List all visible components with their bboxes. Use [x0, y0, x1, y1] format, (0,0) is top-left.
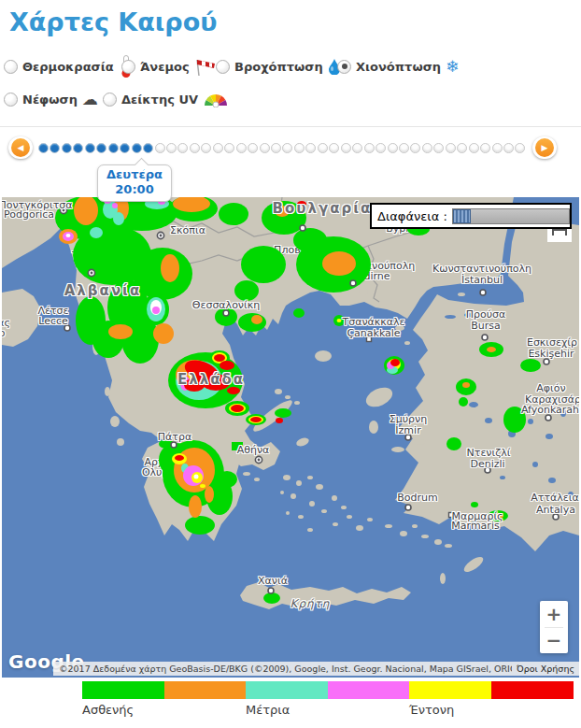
timeline-step-38[interactable] [469, 143, 479, 153]
precipitation-overlay [2, 197, 579, 678]
legend-label: Ασθενής [82, 703, 134, 717]
timeline-step-20[interactable] [260, 143, 270, 153]
precip-weak-green [55, 197, 541, 606]
timeline-step-15[interactable] [201, 143, 211, 153]
timeline-step-30[interactable] [376, 143, 386, 153]
timeline-step-23[interactable] [294, 143, 305, 153]
section-divider [0, 126, 581, 127]
page-title: Χάρτες Καιρού [9, 7, 217, 36]
radio-button[interactable] [216, 60, 230, 74]
chevron-left-icon: ◀ [11, 138, 30, 157]
transparency-slider[interactable] [452, 208, 570, 224]
legend-swatch-6 [491, 681, 574, 699]
timeline-step-28[interactable] [352, 143, 362, 153]
transparency-label: Διαφάνεια : [377, 209, 447, 223]
timeline-step-29[interactable] [364, 143, 375, 153]
timeline-step-14[interactable] [190, 143, 200, 153]
weather-option-1[interactable]: Θερμοκρασία [4, 54, 133, 79]
timeline-step-3[interactable] [62, 143, 72, 153]
transparency-slider-handle[interactable] [453, 209, 471, 223]
uv-gauge-icon [203, 91, 229, 107]
cloud-icon: ☁ [82, 92, 98, 107]
tooltip-day: Δευτέρα [98, 167, 171, 182]
radio-button[interactable] [103, 93, 117, 107]
weather-option-3[interactable]: Βροχόπτωση [216, 54, 341, 79]
timeline-step-17[interactable] [224, 143, 234, 153]
timeline-step-16[interactable] [213, 143, 223, 153]
radio-button[interactable] [337, 60, 351, 74]
timeline-step-8[interactable] [120, 143, 130, 153]
timeline-step-35[interactable] [433, 143, 444, 153]
timeline-step-7[interactable] [108, 143, 119, 153]
timeline-step-11[interactable] [155, 143, 165, 153]
radio-button[interactable] [121, 60, 135, 74]
timeline-step-18[interactable] [236, 143, 247, 153]
weather-option-label: Χιονόπτωση [356, 60, 441, 74]
timeline-step-34[interactable] [422, 143, 432, 153]
weather-option-label: Δείκτης UV [121, 93, 198, 107]
timeline-step-9[interactable] [132, 143, 142, 153]
timeline-step-26[interactable] [329, 143, 339, 153]
weather-option-label: Βροχόπτωση [234, 60, 323, 74]
timeline-step-12[interactable] [166, 143, 177, 153]
legend-swatch-4 [328, 681, 410, 699]
transparency-control: Διαφάνεια : [370, 203, 572, 229]
timeline-step-41[interactable] [503, 143, 514, 153]
timeline-step-42[interactable] [515, 143, 525, 153]
timeline-step-37[interactable] [457, 143, 467, 153]
timeline-step-6[interactable] [96, 143, 106, 153]
timeline-step-33[interactable] [410, 143, 420, 153]
map-attribution-bar: ©2017 Δεδομένα χάρτη GeoBasis-DE/BKG (©2… [53, 662, 579, 676]
timeline-step-24[interactable] [305, 143, 316, 153]
legend-swatch-2 [164, 681, 247, 699]
timeline-step-27[interactable] [341, 143, 351, 153]
timeline-next-button[interactable]: ▶ [532, 136, 557, 159]
timeline-step-36[interactable] [446, 143, 456, 153]
timeline-step-25[interactable] [318, 143, 328, 153]
legend-label: Έντονη [409, 703, 454, 717]
timeline-step-22[interactable] [282, 143, 292, 153]
timeline-step-39[interactable] [480, 143, 490, 153]
weather-option-5[interactable]: Νέφωση☁ [4, 87, 98, 111]
timeline-step-19[interactable] [248, 143, 258, 153]
weather-option-6[interactable]: Δείκτης UV [103, 87, 229, 111]
timeline-step-21[interactable] [271, 143, 281, 153]
map-zoom-control: + − [540, 601, 568, 653]
radio-button[interactable] [4, 93, 18, 107]
timeline-step-40[interactable] [492, 143, 503, 153]
chevron-right-icon: ▶ [535, 138, 554, 157]
legend-swatch-3 [246, 681, 328, 699]
timeline-tooltip: Δευτέρα 20:00 [97, 164, 172, 202]
precip-intense-red [175, 201, 400, 461]
weather-map[interactable]: ΤίραναTiraneПловдивБургасΑδριανούποληEdi… [2, 197, 579, 678]
timeline-step-31[interactable] [388, 143, 398, 153]
windsock-icon [194, 56, 219, 77]
legend-swatch-5 [409, 681, 491, 699]
weather-option-label: Νέφωση [22, 93, 78, 107]
weather-option-label: Θερμοκρασία [22, 60, 114, 74]
timeline-step-5[interactable] [85, 143, 95, 153]
timeline-step-10[interactable] [143, 143, 153, 153]
legend-swatch-1 [82, 681, 164, 699]
timeline-step-13[interactable] [177, 143, 188, 153]
zoom-in-button[interactable]: + [540, 601, 568, 627]
terms-of-use-link[interactable]: Όροι Χρήσης [512, 664, 579, 674]
weather-option-label: Άνεμος [140, 60, 190, 74]
timeline-step-4[interactable] [73, 143, 83, 153]
weather-option-4[interactable]: Χιονόπτωση❄ [337, 54, 459, 79]
attribution-text: ©2017 Δεδομένα χάρτη GeoBasis-DE/BKG (©2… [53, 664, 512, 674]
legend-label: Μέτρια [246, 703, 290, 717]
weather-option-2[interactable]: Άνεμος [121, 54, 219, 79]
timeline-step-1[interactable] [38, 143, 49, 153]
tooltip-time: 20:00 [98, 182, 171, 197]
timeline-prev-button[interactable]: ◀ [8, 136, 33, 159]
timeline-step-32[interactable] [399, 143, 409, 153]
intensity-legend: ΑσθενήςΜέτριαΈντονη [0, 678, 581, 728]
snowflake-icon: ❄ [446, 59, 459, 75]
radio-button[interactable] [4, 60, 18, 74]
zoom-out-button[interactable]: − [540, 628, 568, 654]
timeline-step-2[interactable] [50, 143, 60, 153]
